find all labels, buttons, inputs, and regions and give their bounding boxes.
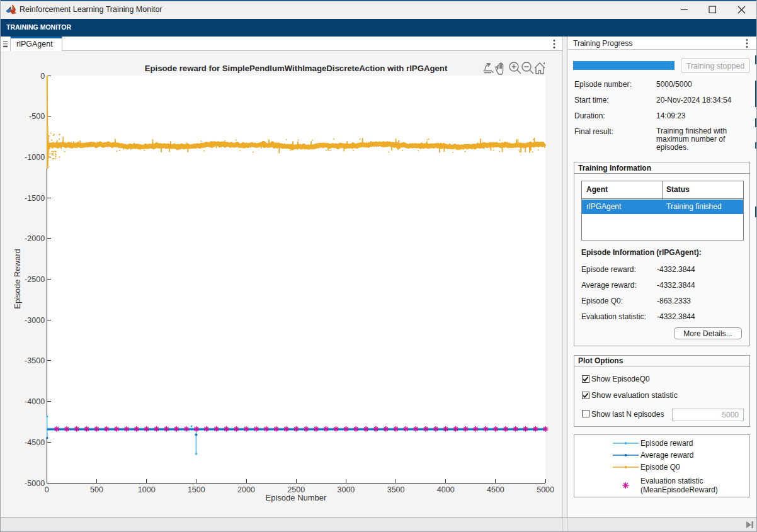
- svg-text:-5000: -5000: [25, 479, 45, 488]
- svg-text:2000: 2000: [237, 485, 255, 494]
- svg-text:-1500: -1500: [25, 194, 45, 203]
- svg-text:500: 500: [90, 485, 103, 494]
- svg-text:-1000: -1000: [25, 153, 45, 162]
- svg-text:3000: 3000: [337, 485, 355, 494]
- svg-text:Episode reward for SimplePendl: Episode reward for SimplePendlumWithImag…: [145, 64, 448, 73]
- svg-text:-4000: -4000: [25, 397, 45, 406]
- svg-text:-2000: -2000: [25, 234, 45, 243]
- svg-text:5000: 5000: [537, 485, 554, 494]
- svg-text:1500: 1500: [188, 485, 205, 494]
- svg-text:-3500: -3500: [25, 356, 45, 365]
- svg-text:-3000: -3000: [25, 316, 45, 325]
- svg-text:0: 0: [40, 72, 45, 81]
- svg-text:Episode Number: Episode Number: [266, 493, 327, 502]
- svg-text:1000: 1000: [138, 485, 156, 494]
- svg-text:0: 0: [45, 485, 49, 494]
- svg-text:4000: 4000: [437, 485, 455, 494]
- svg-text:4500: 4500: [487, 485, 504, 494]
- svg-text:Episode Reward: Episode Reward: [13, 249, 22, 308]
- svg-text:3500: 3500: [387, 485, 405, 494]
- svg-text:-2500: -2500: [25, 275, 45, 284]
- svg-text:-500: -500: [29, 112, 45, 121]
- svg-text:-4500: -4500: [25, 438, 45, 447]
